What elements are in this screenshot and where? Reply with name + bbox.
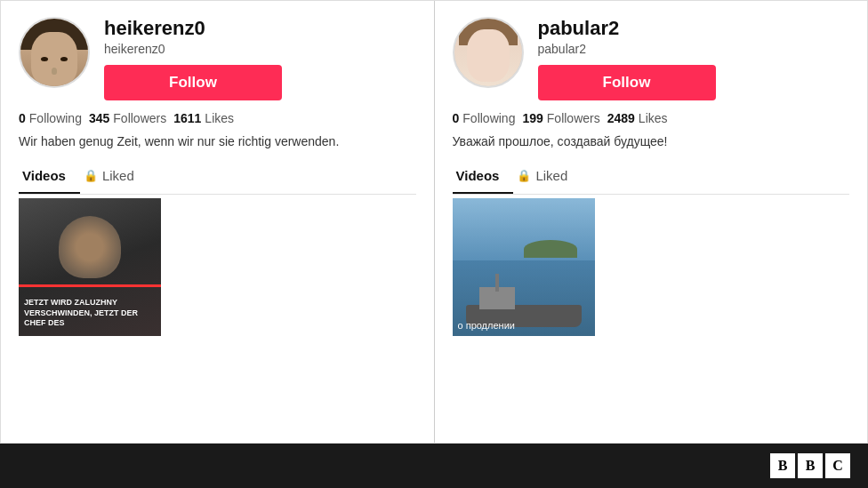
follow-button-right[interactable]: Follow [538,65,716,100]
profile-panel-left: heikerenz0 heikerenz0 Follow 0 Following… [1,1,435,443]
likes-label-left: Likes [205,111,234,125]
video-caption-left: JETZT WIRD ZALUZHNY VERSCHWINDEN, JETZT … [24,298,156,329]
tab-liked-label-left: Liked [102,168,134,183]
following-label-left: Following [29,111,82,125]
handle-left: heikerenz0 [104,42,416,56]
likes-label-right: Likes [639,111,668,125]
bbc-box-b2: B [798,453,823,478]
tabs-left: Videos 🔒 Liked [19,161,416,195]
bbc-box-b1: B [770,453,795,478]
bio-left: Wir haben genug Zeit, wenn wir nur sie r… [19,134,416,148]
username-right: pabular2 [538,17,850,40]
app-wrapper: heikerenz0 heikerenz0 Follow 0 Following… [0,0,868,488]
username-left: heikerenz0 [104,17,416,40]
followers-stat-right: 199 Followers [522,111,599,125]
bbc-logo: B B C [770,453,850,478]
following-count-right: 0 [453,111,460,125]
video-grid-left: JETZT WIRD ZALUZHNY VERSCHWINDEN, JETZT … [19,195,416,443]
followers-count-right: 199 [522,111,542,125]
tab-liked-right[interactable]: 🔒 Liked [513,161,582,194]
follow-button-left[interactable]: Follow [104,65,282,100]
tab-liked-label-right: Liked [535,168,567,183]
stats-row-right: 0 Following 199 Followers 2489 Likes [453,111,850,125]
profile-info-right: pabular2 pabular2 Follow [538,17,850,100]
followers-label-left: Followers [113,111,166,125]
lock-icon-left: 🔒 [84,169,98,182]
video-caption-right: о продлении [458,320,590,331]
likes-count-left: 1611 [173,111,201,125]
bbc-footer: B B C [0,444,868,488]
tab-videos-label-left: Videos [22,168,66,183]
profile-header-left: heikerenz0 heikerenz0 Follow [19,17,416,100]
lock-icon-right: 🔒 [517,169,531,182]
following-count-left: 0 [19,111,26,125]
following-stat-left: 0 Following [19,111,82,125]
video-grid-right: о продлении [453,195,850,443]
bbc-box-c: C [825,453,850,478]
tab-videos-label-right: Videos [456,168,500,183]
tab-videos-left[interactable]: Videos [19,161,80,194]
video-thumb-left[interactable]: JETZT WIRD ZALUZHNY VERSCHWINDEN, JETZT … [19,198,161,336]
profile-info-left: heikerenz0 heikerenz0 Follow [104,17,416,100]
tab-liked-left[interactable]: 🔒 Liked [80,161,149,194]
followers-count-left: 345 [89,111,109,125]
likes-stat-left: 1611 Likes [173,111,234,125]
following-label-right: Following [462,111,515,125]
profiles-container: heikerenz0 heikerenz0 Follow 0 Following… [0,0,868,444]
video-thumb-right[interactable]: о продлении [453,198,595,336]
handle-right: pabular2 [538,42,850,56]
following-stat-right: 0 Following [453,111,516,125]
likes-count-right: 2489 [607,111,635,125]
followers-label-right: Followers [547,111,600,125]
followers-stat-left: 345 Followers [89,111,166,125]
avatar-left [19,17,90,88]
tabs-right: Videos 🔒 Liked [453,161,850,195]
profile-panel-right: pabular2 pabular2 Follow 0 Following 199… [435,1,868,443]
tab-videos-right[interactable]: Videos [453,161,514,194]
bio-right: Уважай прошлое, создавай будущее! [453,134,850,148]
stats-row-left: 0 Following 345 Followers 1611 Likes [19,111,416,125]
profile-header-right: pabular2 pabular2 Follow [453,17,850,100]
avatar-right [453,17,524,88]
likes-stat-right: 2489 Likes [607,111,668,125]
